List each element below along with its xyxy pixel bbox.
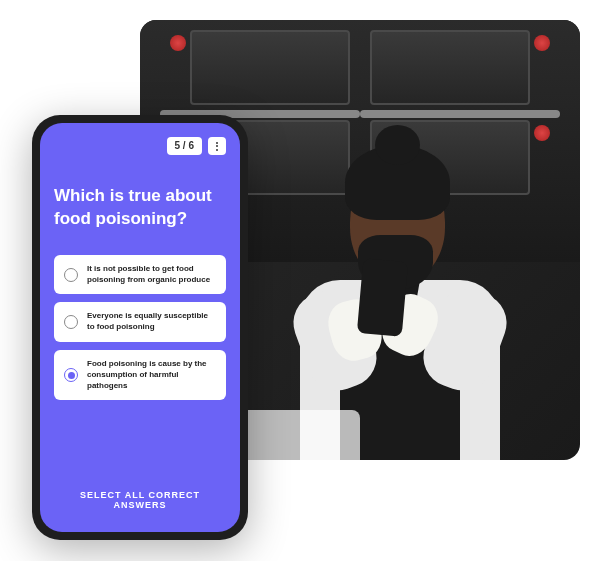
question-title: Which is true about food poisoning?	[54, 185, 226, 231]
option-2[interactable]: Everyone is equally susceptible to food …	[54, 302, 226, 342]
option-text: Food poisoning is cause by the consumpti…	[87, 359, 216, 391]
radio-icon	[64, 315, 78, 329]
option-text: It is not possible to get food poisoning…	[87, 264, 216, 286]
quiz-header: 5 / 6	[54, 137, 226, 155]
quiz-screen: 5 / 6 Which is true about food poisoning…	[40, 123, 240, 532]
option-text: Everyone is equally susceptible to food …	[87, 311, 216, 333]
progress-indicator: 5 / 6	[167, 137, 202, 155]
options-list: It is not possible to get food poisoning…	[54, 255, 226, 490]
option-1[interactable]: It is not possible to get food poisoning…	[54, 255, 226, 295]
radio-selected-icon	[64, 368, 78, 382]
more-vertical-icon	[216, 142, 218, 151]
phone-mockup: 5 / 6 Which is true about food poisoning…	[32, 115, 248, 540]
phone-held-icon	[357, 258, 408, 337]
option-3[interactable]: Food poisoning is cause by the consumpti…	[54, 350, 226, 400]
radio-icon	[64, 268, 78, 282]
instruction-hint: SELECT ALL CORRECT ANSWERS	[54, 490, 226, 518]
menu-button[interactable]	[208, 137, 226, 155]
food-container	[240, 410, 360, 460]
